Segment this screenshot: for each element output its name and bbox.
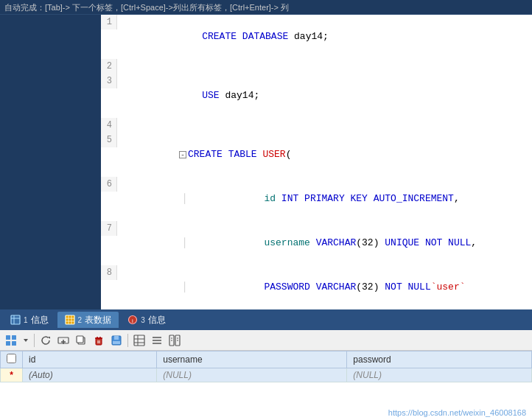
line-num-4: 4 [101,118,117,133]
editor-area: 1 CREATE DATABASE day14; 2 3 USE day14; [0,15,532,309]
copy-button[interactable] [73,332,89,349]
line-num-8: 8 [101,265,117,280]
hint-text: 自动完成：[Tab]-> 下一个标签，[Ctrl+Space]->列出所有标签，… [4,3,289,12]
kw-create2: CREATE [188,149,228,160]
kw-ai: AUTO_INCREMENT [374,193,454,204]
line-content-6[interactable]: │ id INT PRIMARY KEY AUTO_INCREMENT, [117,177,532,221]
tab2-num: 2 [78,316,83,324]
code-panel[interactable]: 1 CREATE DATABASE day14; 2 3 USE day14; [101,15,532,309]
col-id-header[interactable]: id [23,351,157,368]
tab1-num: 1 [24,316,28,324]
paren-open: ( [286,149,292,160]
use-db: day14; [225,90,259,101]
delete-button[interactable] [91,332,107,349]
line-1: 1 CREATE DATABASE day14; [101,15,532,59]
kw-use: USE [179,90,225,101]
line-4: 4 [101,118,532,133]
kw-varchar1: VARCHAR [316,237,357,248]
kw-notnull2: NOT NULL [385,281,430,293]
line-num-7: 7 [101,221,117,236]
line-content-1[interactable]: CREATE DATABASE day14; [117,15,532,59]
select-all-checkbox[interactable] [7,354,16,363]
tab-info-1[interactable]: 1 信息 [3,312,56,328]
line-content-5[interactable]: -CREATE TABLE USER( [117,133,532,177]
line-8: 8 │ PASSWORD VARCHAR(32) NOT NULL`user` [101,265,532,309]
dropdown-arrow-button[interactable] [21,332,31,349]
bottom-section: 1 信息 2 表数据 i 3 [0,309,532,420]
table-icon [10,315,21,325]
table-view-button[interactable] [131,332,147,349]
line-num-3: 3 [101,74,117,88]
table-view-icon [133,335,145,346]
toolbar-sep-2 [127,334,128,347]
tab2-label: 表数据 [85,314,111,326]
data-toolbar [0,330,532,351]
kw-unique: UNIQUE [385,237,425,248]
dropdown-arrow-icon [22,337,29,344]
svg-rect-29 [113,341,120,344]
kw-notnull1: NOT NULL [425,237,471,248]
collapse-icon[interactable]: - [179,151,186,158]
save-button[interactable] [108,332,125,349]
grid-view-button[interactable] [3,332,19,349]
svg-rect-0 [11,315,20,324]
tabs-bar: 1 信息 2 表数据 i 3 [0,309,532,330]
save-icon [111,335,122,346]
line-2: 2 [101,59,532,74]
kw-varchar2: VARCHAR [316,281,357,293]
line-num-2: 2 [101,59,117,74]
tab-info-3[interactable]: i 3 信息 [120,312,173,328]
hint-bar: 自动完成：[Tab]-> 下一个标签，[Ctrl+Space]->列出所有标签，… [0,0,532,15]
cell-id[interactable]: (Auto) [23,368,157,382]
svg-rect-20 [77,336,83,343]
tab-tabledata[interactable]: 2 表数据 [57,312,119,328]
main-container: 自动完成：[Tab]-> 下一个标签，[Ctrl+Space]->列出所有标签，… [0,0,532,420]
cell-username[interactable]: (NULL) [157,368,347,382]
list-view-button[interactable] [149,332,165,349]
col-check[interactable] [1,351,23,368]
kw-database: DATABASE [242,31,294,42]
delete-icon [93,335,105,346]
line-content-7[interactable]: │ username VARCHAR(32) UNIQUE NOT NULL, [117,221,532,265]
info-icon: i [127,315,138,325]
data-table: id username password * (Auto) (NULL) (NU… [0,351,532,382]
grid-view-icon [5,335,17,346]
kw-create: CREATE [179,31,242,42]
kw-password: PASSWORD [195,281,316,293]
col-id: id [195,193,281,204]
svg-rect-11 [12,335,16,340]
watermark: https://blog.csdn.net/weixin_46008168 [388,408,526,417]
svg-rect-28 [114,336,119,340]
svg-text:i: i [132,318,133,324]
detail-view-button[interactable] [167,332,183,349]
col-password-header[interactable]: password [347,351,532,368]
line-5: 5 -CREATE TABLE USER( [101,133,532,177]
detail-view-icon [169,335,181,346]
refresh-icon [40,335,52,346]
line-content-3[interactable]: USE day14; [117,74,532,118]
line-6: 6 │ id INT PRIMARY KEY AUTO_INCREMENT, [101,177,532,221]
kw-pk: PRIMARY KEY [304,193,374,204]
left-gutter [0,15,101,309]
tab3-num: 3 [141,316,145,324]
svg-rect-13 [12,341,16,346]
grid-icon [65,315,75,325]
line-content-8[interactable]: │ PASSWORD VARCHAR(32) NOT NULL`user` [117,265,532,309]
refresh-button[interactable] [38,332,54,349]
toolbar-sep-1 [34,334,35,347]
table-row[interactable]: * (Auto) (NULL) (NULL) [1,368,532,382]
line-7: 7 │ username VARCHAR(32) UNIQUE NOT NULL… [101,221,532,265]
add-row-icon [57,335,69,346]
line-num-1: 1 [101,15,117,29]
table-name: USER [262,149,285,160]
backtick-user: `user` [431,281,466,293]
table-header-row: id username password [1,351,532,368]
watermark-text: https://blog.csdn.net/weixin_46008168 [388,408,526,417]
line-num-5: 5 [101,133,117,147]
tab3-label: 信息 [148,314,166,326]
col-username-header[interactable]: username [157,351,347,368]
cell-password[interactable]: (NULL) [347,368,532,382]
row-marker: * [1,368,23,382]
line-num-6: 6 [101,177,117,192]
add-row-button[interactable] [55,332,71,349]
